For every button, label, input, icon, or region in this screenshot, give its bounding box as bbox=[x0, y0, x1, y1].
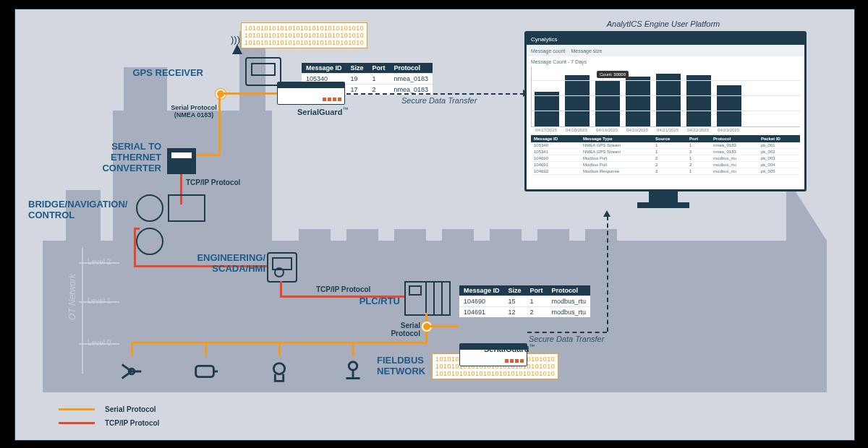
plc-icon bbox=[404, 281, 451, 316]
serialguard-device bbox=[277, 82, 345, 105]
packet-table-bottom: Message IDSizePortProtocol104690151modbu… bbox=[459, 285, 590, 317]
secure-transfer-link bbox=[527, 332, 607, 333]
bar bbox=[686, 75, 711, 126]
serial-link bbox=[205, 342, 207, 356]
serialguard-label: SerialGuard™ bbox=[484, 343, 535, 353]
cargo-hatch bbox=[394, 229, 426, 242]
analytics-subnav: Message count Message size bbox=[527, 45, 804, 56]
binary-line: 101010101010101010101010101010 bbox=[435, 370, 555, 377]
binary-line: 101010101010101010101010101010 bbox=[244, 32, 364, 39]
tcpip-label: TCP/IP Protocol bbox=[316, 285, 370, 293]
bar bbox=[717, 85, 741, 126]
bar bbox=[535, 92, 559, 126]
subnav-item: Message size bbox=[571, 48, 602, 53]
tcpip-link bbox=[134, 228, 136, 267]
serial-link bbox=[278, 342, 281, 356]
tcpip-link bbox=[280, 281, 282, 297]
svg-rect-1 bbox=[196, 366, 214, 376]
chart-tooltip: Count: 30000 bbox=[597, 71, 629, 78]
engineering-label: ENGINEERING/ SCADA/HMI bbox=[192, 252, 265, 274]
serial-protocol-nmea-label: Serial Protocol (NMEA 0183) bbox=[169, 104, 219, 119]
bridge-console-icon bbox=[134, 193, 235, 225]
gps-signal-icon: ))) bbox=[231, 34, 240, 45]
bar bbox=[595, 81, 620, 126]
chart-title: Message Count - 7 Days bbox=[531, 59, 800, 64]
monitor-stand bbox=[649, 189, 678, 202]
converter-label: SERIAL TO ETHERNET CONVERTER bbox=[60, 141, 161, 173]
ot-level-line bbox=[82, 248, 83, 374]
converter-icon bbox=[167, 148, 196, 174]
secure-transfer-label: Secure Data Transfer bbox=[401, 96, 477, 105]
bar-chart: Count: 30000 bbox=[531, 66, 800, 127]
analytics-brand: Cynalytics bbox=[531, 36, 557, 43]
cargo-hatch bbox=[537, 229, 569, 242]
motor-icon bbox=[192, 358, 219, 385]
cargo-hatch bbox=[490, 229, 522, 242]
secure-transfer-link bbox=[346, 93, 524, 95]
bar bbox=[565, 75, 590, 126]
serial-link bbox=[131, 342, 133, 356]
secure-transfer-link bbox=[607, 216, 608, 332]
gps-receiver-icon bbox=[245, 57, 281, 86]
fieldbus-label: FIELDBUS NETWORK bbox=[377, 355, 425, 376]
arrow-icon bbox=[603, 210, 610, 217]
ot-level-tick bbox=[79, 301, 119, 303]
svg-point-3 bbox=[273, 363, 284, 374]
serial-link bbox=[196, 154, 220, 156]
platform-title: AnalytICS Engine User Platform bbox=[561, 20, 766, 28]
diagram-frame: OT Network Level 2 Level 1 Level 0 GPS R… bbox=[14, 9, 855, 441]
analytics-chart: Message Count - 7 Days Count: 30000 04/1… bbox=[527, 56, 804, 176]
cargo-hatch bbox=[585, 229, 617, 242]
bar-labels: 04/17/202504/18/202504/19/202504/20/2025… bbox=[531, 127, 800, 132]
ot-level-tick bbox=[79, 343, 119, 345]
serial-protocol-label: Serial Protocol bbox=[374, 322, 420, 337]
binary-line: 101010101010101010101010101010 bbox=[244, 25, 364, 32]
gps-label: GPS RECEIVER bbox=[103, 67, 203, 78]
ot-network-label: OT Network bbox=[67, 274, 77, 320]
pump-icon bbox=[265, 358, 293, 385]
ot-level-tick bbox=[79, 262, 119, 264]
hmi-icon bbox=[267, 252, 297, 283]
propeller-icon bbox=[118, 358, 145, 385]
plc-label: PLC/RTU bbox=[331, 296, 400, 306]
legend: Serial ProtocolTCP/IP Protocol bbox=[59, 405, 159, 433]
binary-data-box: 101010101010101010101010101010 101010101… bbox=[241, 22, 367, 48]
bridge-label: BRIDGE/NAVIGATION/ CONTROL bbox=[28, 199, 129, 220]
binary-line: 101010101010101010101010101010 bbox=[244, 39, 364, 46]
cargo-hatch bbox=[442, 229, 474, 242]
valve-icon bbox=[339, 358, 367, 385]
analytics-table: Message IDMessage TypeSourcePortProtocol… bbox=[531, 135, 800, 175]
monitor-base bbox=[637, 202, 689, 208]
analytics-header: Cynalytics bbox=[527, 33, 804, 45]
analytics-monitor: Cynalytics Message count Message size Me… bbox=[524, 31, 807, 191]
serialguard-label: SerialGuard™ bbox=[297, 106, 348, 116]
bar bbox=[656, 74, 681, 127]
serial-link bbox=[429, 325, 459, 327]
cargo-hatch bbox=[346, 229, 378, 242]
cargo-hatch bbox=[299, 229, 331, 242]
subnav-item: Message count bbox=[531, 48, 565, 53]
svg-point-4 bbox=[349, 362, 357, 370]
tcpip-label: TCP/IP Protocol bbox=[186, 178, 240, 186]
secure-transfer-label: Secure Data Transfer bbox=[529, 335, 604, 343]
serial-link bbox=[352, 342, 354, 356]
bar bbox=[626, 77, 650, 126]
serial-link bbox=[224, 92, 277, 95]
